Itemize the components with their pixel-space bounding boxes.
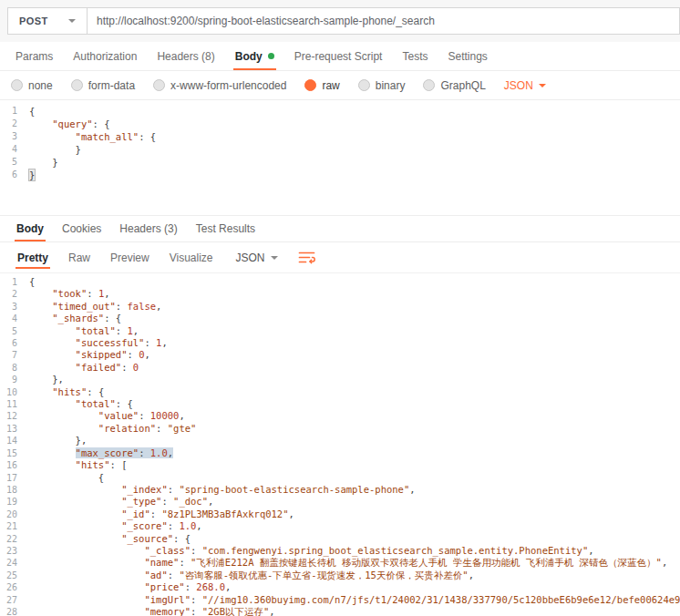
tab-label: Headers (8) [157,50,214,63]
body-type-binary[interactable]: binary [358,79,406,92]
line-content: "took": 1, [29,288,110,300]
line-number: 3 [0,130,29,143]
code-line[interactable]: 21 "_score": 1.0, [0,520,680,532]
response-format-dropdown[interactable]: JSON [236,242,278,272]
code-line[interactable]: 20 "_id": "8z1PL3MB3aBfAxkrq012", [0,508,680,520]
line-number: 5 [0,325,29,337]
line-content: { [29,276,35,288]
code-line[interactable]: 2 "took": 1, [0,288,680,300]
response-tab-body[interactable]: Body [9,216,51,241]
response-body-editor[interactable]: 1{2 "took": 1,3 "timed_out": false,4 "_s… [0,273,680,616]
code-line[interactable]: 17 { [0,472,680,484]
line-number: 22 [0,533,29,545]
code-line[interactable]: 26 "price": 268.0, [0,581,680,593]
body-type-selector: noneform-datax-www-form-urlencodedrawbin… [0,71,680,100]
code-line[interactable]: 24 "name": "飞利浦E212A 翻盖按键超长待机 移动版双卡双待老人手… [0,557,680,569]
tab-headers-8[interactable]: Headers (8) [147,42,224,70]
body-type-raw[interactable]: raw [304,79,339,92]
response-tab-cookies[interactable]: Cookies [55,216,108,241]
line-content: "skipped": 0, [29,349,150,361]
view-preview-button[interactable]: Preview [100,242,160,272]
code-line[interactable]: 1{ [0,105,680,118]
code-line[interactable]: 4 } [0,143,680,156]
body-type-options: noneform-datax-www-form-urlencodedrawbin… [11,79,486,92]
wrap-text-icon[interactable] [298,242,315,272]
view-raw-button[interactable]: Raw [58,242,100,272]
code-line[interactable]: 7 "skipped": 0, [0,349,680,361]
line-content: { [29,105,35,118]
line-content: } [29,169,35,181]
body-type-graphql[interactable]: GraphQL [423,79,485,92]
body-format-label: JSON [504,79,533,92]
body-type-form-data[interactable]: form-data [71,79,135,92]
code-line[interactable]: 25 "ad": "咨询客服-领取优惠-下单立省-现货速发，15天价保，买贵补差… [0,570,680,581]
tab-label: Pre-request Script [294,50,383,63]
line-number: 3 [0,301,29,313]
method-select[interactable]: POST [7,7,88,35]
code-line[interactable]: 6} [0,169,680,181]
line-number: 6 [0,169,29,181]
code-line[interactable]: 3 "timed_out": false, [0,301,680,313]
line-content: "_score": 1.0, [29,520,202,532]
line-content: "total": { [29,398,133,410]
code-line[interactable]: 6 "successful": 1, [0,337,680,349]
tab-pre-request-script[interactable]: Pre-request Script [284,42,393,70]
line-number: 20 [0,508,29,520]
request-body-editor[interactable]: 1{2 "query": {3 "match_all": {4 }5 }6} [0,100,680,215]
code-line[interactable]: 10 "hits": { [0,386,680,398]
response-tab-headers-3[interactable]: Headers (3) [112,216,184,241]
code-line[interactable]: 5 "total": 1, [0,325,680,337]
line-content: "ad": "咨询客服-领取优惠-下单立省-现货速发，15天价保，买贵补差价", [29,570,474,581]
line-content: "_type": "_doc", [29,496,213,508]
code-line[interactable]: 4 "_shards": { [0,313,680,324]
radio-label: none [28,79,53,92]
tab-label: Params [15,50,53,63]
line-number: 27 [0,594,29,606]
body-type-none[interactable]: none [11,79,53,92]
line-content: "hits": { [29,386,104,398]
radio-label: raw [322,79,339,92]
code-line[interactable]: 19 "_type": "_doc", [0,496,680,508]
tab-label: Body [235,50,263,63]
code-line[interactable]: 13 "relation": "gte" [0,423,680,435]
line-content: } [29,156,58,169]
body-type-x-www-form-urlencoded[interactable]: x-www-form-urlencoded [153,79,286,92]
response-format-label: JSON [236,252,265,264]
code-line[interactable]: 11 "total": { [0,398,680,410]
line-content: "_source": { [29,533,191,545]
code-line[interactable]: 5 } [0,156,680,169]
url-input[interactable] [88,7,680,35]
line-content: "imgUrl": "//img10.360buyimg.com/n7/jfs/… [29,594,680,606]
tab-tests[interactable]: Tests [392,42,438,70]
code-line[interactable]: 2 "query": { [0,118,680,130]
code-line[interactable]: 3 "match_all": { [0,130,680,143]
code-line[interactable]: 28 "memory": "2GB以下运存", [0,606,680,616]
radio-icon [153,79,165,91]
tab-settings[interactable]: Settings [438,42,497,70]
line-number: 4 [0,313,29,324]
body-format-dropdown[interactable]: JSON [504,79,546,92]
code-line[interactable]: 18 "_index": "spring-boot-elasticsearch-… [0,484,680,496]
code-line[interactable]: 9 }, [0,374,680,385]
view-visualize-button[interactable]: Visualize [160,242,223,272]
code-line[interactable]: 15 "max_score": 1.0, [0,447,680,459]
tab-body[interactable]: Body [225,42,284,70]
response-tab-test-results[interactable]: Test Results [189,216,263,241]
radio-icon [423,79,435,91]
code-line[interactable]: 27 "imgUrl": "//img10.360buyimg.com/n7/j… [0,594,680,606]
line-content: "memory": "2GB以下运存", [29,606,275,616]
code-line[interactable]: 14 }, [0,435,680,447]
tab-authorization[interactable]: Authorization [63,42,147,70]
view-pretty-button[interactable]: Pretty [7,242,58,272]
line-content: "price": 268.0, [29,581,231,593]
line-number: 18 [0,484,29,496]
response-toolbar: PrettyRawPreviewVisualize JSON [0,242,680,273]
code-line[interactable]: 1{ [0,276,680,288]
code-line[interactable]: 23 "_class": "com.fengwenyi.spring_boot_… [0,545,680,557]
code-line[interactable]: 12 "value": 10000, [0,410,680,422]
code-line[interactable]: 22 "_source": { [0,533,680,545]
line-number: 11 [0,398,29,410]
tab-params[interactable]: Params [5,42,63,70]
code-line[interactable]: 16 "hits": [ [0,459,680,471]
code-line[interactable]: 8 "failed": 0 [0,362,680,374]
